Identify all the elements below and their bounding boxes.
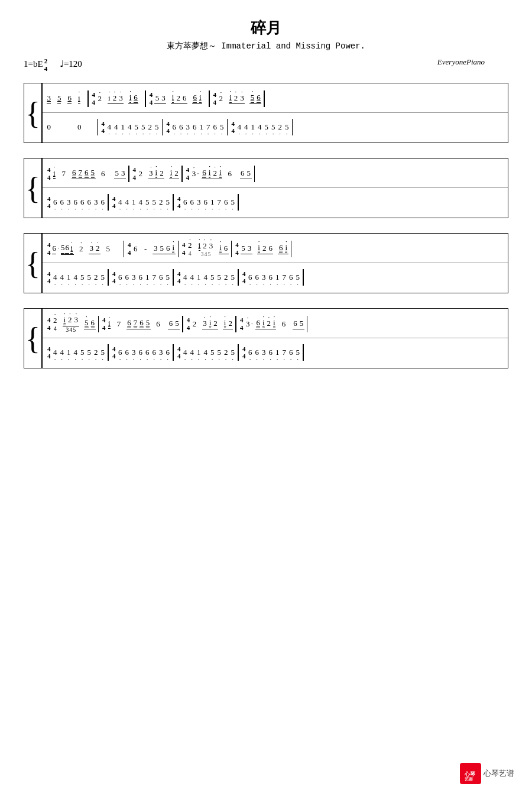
note: 1 [199, 122, 203, 132]
note: 2 [203, 241, 207, 251]
staff-line-3-lower: 44 4 4 1 4 5 5 2 5 44 6 6 [46, 269, 504, 286]
note: i [199, 93, 202, 103]
time-sig: 44 [47, 316, 51, 331]
note: 6· [52, 244, 56, 254]
note: 6 [65, 243, 69, 254]
time-sig: 44 [240, 316, 244, 331]
note: 3 [203, 319, 207, 328]
note: 6 [101, 169, 105, 179]
svg-text:艺谱: 艺谱 [465, 776, 473, 782]
note: 7 [217, 198, 221, 207]
note: 1 [197, 273, 201, 282]
time-sig: 44 [133, 166, 137, 181]
lower-staff-4: 44 4 4 1 4 5 5 2 5 44 6 6 [43, 338, 508, 368]
note: 3 [67, 198, 71, 207]
upper-staff-3: 44 6· 5 6 i 2 3 2 [43, 234, 508, 263]
note: 6 [156, 319, 160, 329]
staff-line-2-upper: 44 i 7 6 7 6 5 6 5 [46, 166, 504, 182]
upper-staff-2: 44 i 7 6 7 6 5 6 5 [43, 158, 508, 188]
note: 3 [74, 315, 79, 325]
note: 0 [47, 122, 51, 132]
note: 2 [228, 319, 232, 328]
note: 4 [244, 122, 248, 132]
note: 5 [231, 198, 235, 207]
note: 5 [296, 273, 300, 282]
note: 6 [166, 244, 170, 253]
note: 6 [193, 93, 197, 103]
note: i [172, 243, 174, 253]
note: 6 [60, 198, 64, 207]
note: 5 [210, 348, 215, 357]
note: 3 [149, 169, 153, 178]
note: 5 [166, 198, 170, 207]
time-sig: 44 [47, 345, 51, 360]
stacked-note: 2 4 [52, 316, 58, 332]
main-title: 碎月 [24, 18, 508, 38]
note: 4 [190, 273, 194, 282]
note: 6 [127, 318, 131, 328]
time-sig: 44 [150, 91, 153, 106]
time-sig: 44 [102, 316, 106, 331]
note: 6 [85, 168, 89, 178]
system-4: { 44 2 4 i 2 [24, 308, 508, 368]
staves-2: 44 i 7 6 7 6 5 6 5 [43, 158, 508, 218]
time-sig: 44 [112, 195, 116, 210]
note: 5 [217, 273, 221, 282]
note: 5 [85, 318, 89, 328]
note: 4 [203, 273, 207, 282]
note: 6 [228, 169, 232, 179]
note: 6 [255, 348, 259, 357]
brace-3: { [24, 234, 43, 293]
staff-line-3-upper: 44 6· 5 6 i 2 3 2 [46, 241, 504, 257]
note: 2 [213, 169, 217, 178]
note: i [129, 93, 132, 103]
note: 6 [80, 198, 85, 207]
note: 3 [159, 348, 163, 357]
note: 2 [234, 93, 238, 103]
note: 3 [197, 198, 201, 207]
upper-staff-1: 3 5 6 i 44 2 i 2 3 [43, 83, 508, 113]
note: i [63, 315, 66, 325]
note: 6 [289, 348, 293, 357]
attribution: EveryonePiano [437, 57, 485, 67]
note: 6 [166, 348, 170, 357]
note: 6 [255, 273, 259, 282]
note: 5 [300, 319, 304, 328]
note: 3 [209, 241, 213, 251]
note: 6 [248, 348, 252, 357]
note: 4 [118, 198, 122, 207]
note: 6 [134, 93, 138, 103]
system-1: { 3 5 6 i 44 2 [24, 83, 508, 143]
note: 4 [60, 348, 64, 357]
brace-1: { [24, 83, 43, 143]
note: 3 [90, 244, 94, 253]
time-sig: 44 [47, 270, 51, 285]
note: 7 [152, 273, 156, 282]
note: 6 [118, 273, 122, 282]
note: 3 [94, 198, 98, 207]
time-sig: 44 [177, 270, 181, 285]
note: 6 [289, 273, 293, 282]
note: 7 [206, 122, 210, 132]
note: 5 [57, 93, 61, 103]
note: 6 [268, 348, 273, 357]
note: 4 [114, 122, 118, 132]
note: 5 [231, 348, 235, 357]
note: 2 [53, 316, 57, 325]
note: 7 [79, 168, 83, 178]
page: 碎月 東方萃夢想～ Immaterial and Missing Power. … [0, 0, 532, 796]
staff-line-1-lower: 0 0 44 4 4 1 4 5 5 2 5 [46, 119, 504, 135]
note: 6 [279, 243, 283, 253]
note: 6 [72, 168, 76, 178]
note: 2 [159, 198, 163, 207]
stacked-note2: i 2 3 345 [63, 315, 79, 333]
note: 4 [183, 273, 187, 282]
note: 2 [267, 319, 271, 328]
note: 5 [141, 122, 145, 132]
time-sig: 44 [213, 91, 217, 106]
time-sig: 44 [242, 270, 246, 285]
note: i [78, 93, 80, 103]
note: 6 [134, 244, 138, 254]
note: i [70, 244, 73, 254]
note: 6 [91, 318, 95, 328]
